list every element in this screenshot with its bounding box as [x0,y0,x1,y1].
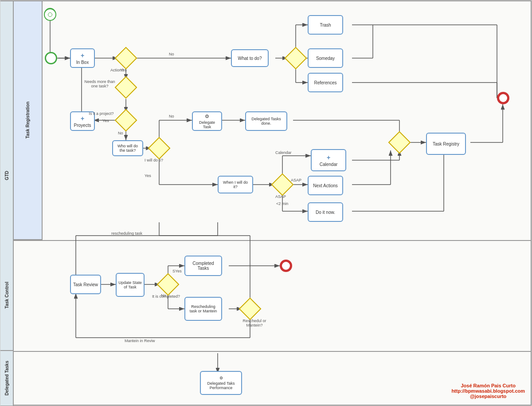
rescheduling-task-label: rescheduling task [111,231,142,236]
what-to-do-diamond [285,47,307,70]
asap-arrow-label: ASAP [291,178,301,182]
syes-label: SYes [172,269,182,273]
asap-label: ASAP [275,194,286,199]
next-actions-node: Next Actions [308,176,343,195]
who-will-do-node: Who will do the task? [112,140,143,156]
delegated-tasks-label: Delegated Tasks [0,351,14,406]
no-label-completed: No [161,293,166,298]
update-state-node: Update State of Task [116,273,145,297]
end-event-top [497,92,509,104]
no-label-iwill: No [169,114,174,118]
lane-border-2 [0,351,532,352]
task-registration-label: Task Registration [14,0,43,240]
delegate-task-node: ⚙ Delegate Task [192,111,222,131]
delegated-tasks-perf-node: ⚙ Delegated Taks Performance [200,371,242,395]
yes-label-project: Yes [102,118,109,123]
reschedul-mantein-diamond [239,298,262,320]
rescheduling-node: Rescheduling task or Mantein [184,297,222,321]
lt2min-label: <2 min [276,201,288,206]
diagram-container: GTD Task Registration Task Control Deleg… [0,0,532,406]
lane-border-1 [0,240,532,241]
calendar-arrow-label: Calendar [275,150,292,155]
do-it-now-node: Do it now. [308,202,343,222]
yes-label-iwill: Yes [145,173,151,178]
needs-more-diamond [115,76,137,99]
reschedul-mantein-label: Reschedul or Mantein? [235,319,274,327]
someday-node: Someday [308,48,343,68]
author-box: José Ramón Pais Curto http://bpmwasabi.b… [451,383,525,399]
references-node: References [308,73,343,92]
it-completed-diamond [157,273,180,296]
no-label-project: No [118,131,123,135]
task-registry-node: Task Registry [426,133,466,155]
when-node: When I will do it? [218,176,253,193]
mantein-in-review-label: Mantein in Reviw [125,339,155,343]
start-event [45,52,57,64]
no-label-action: No [169,52,174,56]
calendar-node: + Calendar [311,149,346,171]
is-project-diamond [115,109,137,132]
it-completed-label: It is completed? [152,294,180,299]
i-will-do-diamond [148,137,171,160]
inbox-node: + In Box [70,48,95,68]
trash-node: Trash [308,15,343,35]
i-will-do-label: I will do ti? [145,158,163,162]
asap-diamond [271,173,294,196]
is-project-label: Is it a project? [85,111,118,116]
delegated-tasks-done-node: Delegated Tasks done. [245,111,287,131]
action-diamond [115,47,137,70]
task-review-node: Task Review [70,275,101,294]
yes-label-action: Yes [120,68,127,72]
end-event-task-control [280,260,292,272]
what-to-do-node: What to do? [231,49,269,67]
needs-more-label: Needs more than one task? [82,79,117,88]
top-start-event [44,8,56,21]
completed-tasks-node: Completed Tasks [184,256,222,276]
right-gateway-diamond [388,131,411,154]
task-control-label: Task Control [0,240,14,351]
